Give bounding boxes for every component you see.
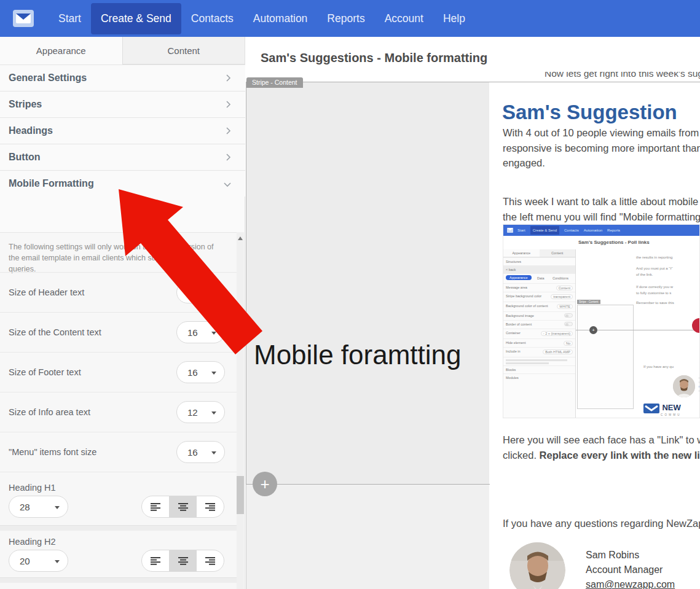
page-title: Sam's Suggestions - Mobile formatting: [261, 51, 487, 65]
align-center-button[interactable]: [169, 496, 197, 517]
dropdown-value: 28: [20, 502, 30, 512]
thumb-nav-item: Reports: [607, 228, 620, 232]
dropdown-value: 12: [187, 407, 198, 418]
thumb-row-value: Content: [556, 286, 573, 291]
chevron-down-icon: [223, 181, 232, 188]
tab-appearance[interactable]: Appearance: [0, 37, 122, 64]
editor-header: Sam's Suggestions - Mobile formatting No…: [246, 37, 700, 82]
caret-down-icon: [211, 372, 216, 375]
thumb-toggle: [564, 313, 573, 318]
thumb-tab: Content: [540, 249, 576, 257]
thumb-mini-canvas: [577, 305, 634, 409]
scrollbar-thumb[interactable]: [237, 476, 244, 514]
content-text-size-dropdown[interactable]: 16: [176, 321, 225, 343]
editor-canvas[interactable]: [246, 82, 489, 484]
thumb-row-label: Background image: [506, 314, 534, 318]
accordion-headings[interactable]: Headings: [0, 117, 245, 144]
email-text-line: the left menu you will find "Mobile form…: [503, 209, 700, 225]
accordion-label: Mobile Formatting: [9, 178, 94, 189]
accordion-general-settings[interactable]: General Settings: [0, 64, 245, 91]
align-center-icon: [178, 503, 188, 511]
email-text-line: responsive is becoming more important th…: [503, 141, 700, 156]
thumb-add-button: +: [589, 326, 597, 334]
thumb-nav-item: Create & Send: [530, 226, 559, 235]
align-center-button[interactable]: [169, 550, 197, 571]
chevron-right-icon: [225, 153, 232, 162]
signature-role: Account Manager: [586, 563, 675, 577]
dropdown-value: 20: [20, 556, 30, 566]
thumb-note-bars: [503, 357, 575, 365]
sidebar-tabs: Appearance Content: [0, 37, 245, 64]
thumb-row: Background color of content WHITE: [503, 302, 575, 311]
thumb-row: Stripe background color transparent: [503, 292, 575, 302]
nav-item-start[interactable]: Start: [49, 3, 91, 34]
align-left-button[interactable]: [142, 550, 169, 571]
chevron-right-icon: [225, 127, 232, 135]
nav-item-create-send[interactable]: Create & Send: [91, 3, 181, 34]
thumb-text-line: And you must put a 'Y': [636, 267, 673, 270]
thumb-row-value: WHITE: [557, 304, 573, 309]
header-text-size-dropdown[interactable]: 16: [176, 281, 225, 303]
thumb-pill-row: Appearance Data Conditions: [503, 273, 575, 283]
scrollbar-up-arrow[interactable]: [238, 236, 243, 240]
accordion-mobile-formatting[interactable]: Mobile Formatting: [0, 170, 245, 197]
setting-label: Size of Header text: [9, 287, 84, 297]
app-root: Start Create & Send Contacts Automation …: [0, 0, 700, 589]
thumb-row-label: Background color of content: [506, 304, 548, 308]
align-right-button[interactable]: [197, 496, 224, 517]
thumb-row-label: Include in: [506, 349, 521, 353]
heading-h1-size-dropdown[interactable]: 28: [9, 496, 68, 518]
heading-h2-size-dropdown[interactable]: 20: [9, 550, 68, 572]
nav-item-reports[interactable]: Reports: [317, 3, 374, 34]
setting-row-info-area-text: Size of Info area text 12: [0, 392, 238, 432]
thumb-newzapp-logo: NEW C O M M U: [643, 402, 681, 416]
thumb-nav-item: Contacts: [564, 228, 579, 232]
align-left-button[interactable]: [142, 496, 169, 517]
thumb-row: Include in Both HTML AMP: [503, 347, 575, 357]
sidebar-scrollbar[interactable]: [237, 232, 244, 589]
thumb-row: Modules: [503, 373, 575, 381]
tab-content[interactable]: Content: [122, 37, 245, 64]
footer-text-size-dropdown[interactable]: 16: [176, 361, 225, 383]
newzapp-logo-icon[interactable]: [13, 10, 34, 27]
thumb-row-label: Border of content: [506, 322, 532, 326]
nav-item-automation[interactable]: Automation: [243, 3, 318, 34]
signature-avatar: [509, 542, 565, 589]
thumb-toggle: [564, 322, 573, 326]
section-divider: [0, 525, 238, 531]
caret-down-icon: [55, 560, 60, 563]
align-right-icon: [205, 557, 215, 565]
dropdown-value: 16: [187, 287, 198, 298]
thumb-row-label: Hide element: [506, 341, 525, 345]
thumb-nav-bar: Start Create & Send Contacts Automation …: [503, 225, 699, 236]
nav-item-account[interactable]: Account: [375, 3, 433, 34]
thumb-row: Hide element No: [503, 338, 575, 347]
thumb-row-label: Container: [506, 331, 521, 335]
setting-label: Size of Info area text: [9, 407, 90, 417]
menu-items-font-size-dropdown[interactable]: 16: [176, 441, 225, 463]
nav-item-contacts[interactable]: Contacts: [181, 3, 243, 34]
caret-down-icon: [55, 506, 60, 509]
align-right-button[interactable]: [197, 550, 224, 571]
appearance-sidebar: Appearance Content General Settings Stri…: [0, 37, 245, 589]
thumb-text-line: Remember to save this: [636, 301, 674, 305]
thumb-row-label: Message area: [506, 286, 527, 289]
canvas-heading-text[interactable]: Mobile foramtting: [254, 340, 461, 370]
email-heading: Sam's Suggestion: [502, 101, 677, 124]
accordion-button[interactable]: Button: [0, 144, 245, 170]
accordion-stripes[interactable]: Stripes: [0, 91, 245, 117]
info-area-text-size-dropdown[interactable]: 12: [176, 401, 225, 423]
email-paragraph-1: With 4 out of 10 people viewing emails f…: [503, 125, 700, 171]
thumb-pill: Data: [537, 276, 545, 280]
thumb-content-area: Stripe - Content the results in reportin…: [576, 249, 699, 418]
add-stripe-button[interactable]: +: [253, 472, 277, 496]
heading-h1-block: Heading H1 28: [0, 472, 238, 525]
heading-h2-block: Heading H2 20: [0, 531, 238, 584]
thumb-row: Background image: [503, 311, 575, 320]
email-text-line: clicked. Replace every link with the new…: [503, 448, 700, 463]
signature-email-link[interactable]: sam@newzapp.com: [586, 577, 675, 589]
align-left-icon: [151, 557, 160, 565]
nav-item-help[interactable]: Help: [433, 3, 475, 34]
signature-name: Sam Robins: [586, 548, 675, 563]
mobile-formatting-panel: The following settings will only work on…: [0, 232, 238, 589]
